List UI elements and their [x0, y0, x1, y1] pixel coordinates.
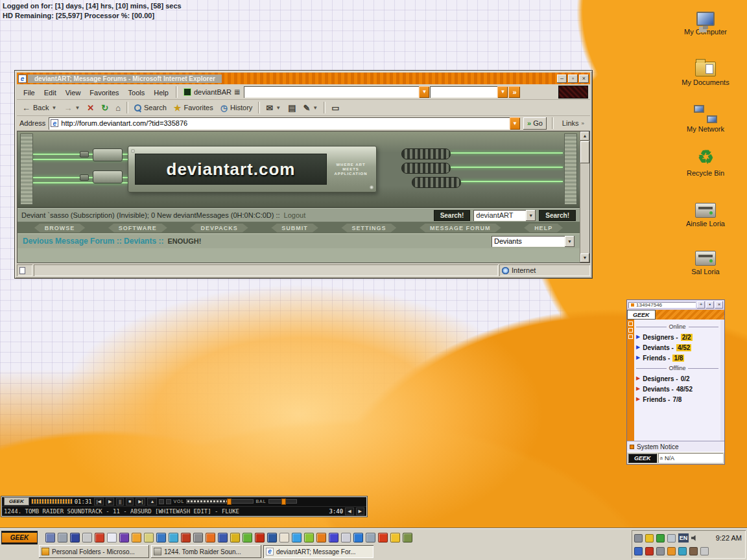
maximize-button[interactable]: ▫: [568, 75, 578, 83]
tray-icon[interactable]: [645, 534, 654, 542]
history-button[interactable]: ◷ History: [217, 101, 256, 115]
deviantbar-search-field[interactable]: [244, 86, 419, 98]
menu-item[interactable]: Edit: [40, 88, 61, 98]
desktop-icon-recycle-bin[interactable]: ♻ Recycle Bin: [677, 145, 734, 177]
forum-nav-button[interactable]: HELP: [524, 224, 563, 233]
taskbar-clock[interactable]: 9:22 AM: [716, 534, 743, 542]
quick-launch-icon[interactable]: [292, 533, 302, 542]
quick-launch-icon[interactable]: [193, 533, 203, 542]
menu-item[interactable]: File: [19, 88, 40, 98]
quick-launch-icon[interactable]: [218, 533, 228, 542]
quick-launch-icon[interactable]: [70, 533, 80, 542]
dropdown-arrow-icon[interactable]: ▼: [526, 210, 536, 221]
breadcrumb[interactable]: Devious Message Forum :: Deviants ::: [23, 237, 163, 246]
home-button[interactable]: ⌂: [112, 101, 124, 115]
pause-button[interactable]: ||: [116, 498, 124, 506]
buddy-group-row[interactable]: ▶ Designers - 2/2: [636, 332, 718, 342]
deviantbar-scope-combo[interactable]: ▼: [430, 86, 508, 98]
quick-launch-icon[interactable]: [95, 533, 104, 542]
dropdown-arrow-icon[interactable]: ▼: [419, 86, 429, 98]
quick-launch-icon[interactable]: [279, 533, 289, 542]
desktop-icon-my-network[interactable]: My Network: [677, 101, 734, 133]
mail-button[interactable]: ✉ ▼: [263, 101, 284, 115]
eject-button[interactable]: ▲: [147, 498, 157, 506]
go-button[interactable]: » Go: [523, 117, 547, 130]
seek-back-button[interactable]: ◀: [345, 508, 353, 515]
logout-link[interactable]: Logout: [284, 211, 306, 219]
quick-launch-icon[interactable]: [58, 533, 67, 542]
quick-launch-icon[interactable]: [378, 533, 388, 542]
stop-button[interactable]: ✕: [84, 101, 97, 115]
tray-icon[interactable]: [656, 547, 665, 555]
quick-launch-icon[interactable]: [304, 533, 314, 542]
forum-nav-button[interactable]: MESSAGE FORUM: [420, 224, 501, 233]
quick-launch-icon[interactable]: [366, 533, 375, 542]
address-dropdown-icon[interactable]: ▼: [510, 117, 520, 130]
status-selector[interactable]: a N/A: [658, 453, 723, 463]
favorites-button[interactable]: ★ Favorites: [171, 101, 217, 115]
start-button[interactable]: GEEK: [1, 531, 38, 544]
back-button[interactable]: ← Back ▼: [19, 101, 60, 115]
seek-forward-button[interactable]: ▶: [356, 508, 364, 515]
messenger-titlebar[interactable]: 134947546 + ▪ ×: [627, 300, 724, 310]
tray-icon[interactable]: [700, 547, 709, 555]
language-indicator[interactable]: EN: [678, 533, 689, 542]
desktop-icon-my-documents[interactable]: My Documents: [677, 54, 734, 86]
edit-button[interactable]: ✎ ▼: [300, 101, 321, 115]
quick-launch-icon[interactable]: [156, 533, 166, 542]
messenger-menu-button[interactable]: GEEK: [628, 454, 657, 463]
search-button[interactable]: Search: [131, 101, 170, 115]
tray-icon[interactable]: [667, 534, 676, 542]
menu-item[interactable]: Help: [149, 88, 173, 98]
stop-button[interactable]: ■: [126, 498, 134, 506]
forum-select-combo[interactable]: Deviants ▼: [492, 236, 575, 247]
deviantbar-scope-field[interactable]: [430, 86, 497, 98]
refresh-button[interactable]: ↻: [98, 101, 112, 115]
quick-launch-icon[interactable]: [255, 533, 265, 542]
previous-button[interactable]: |◀: [94, 498, 104, 506]
scroll-down-button[interactable]: ▼: [580, 253, 589, 262]
quick-launch-icon[interactable]: [353, 533, 363, 542]
minimize-button[interactable]: –: [557, 75, 567, 83]
task-button-winamp[interactable]: 1244. Tomb Raider Soun...: [151, 545, 261, 558]
balance-slider[interactable]: [268, 499, 297, 504]
quick-launch-icon[interactable]: [206, 533, 215, 542]
tray-icon[interactable]: [634, 534, 643, 542]
player-menu-button[interactable]: GEEK: [4, 497, 29, 506]
vertical-scrollbar[interactable]: ▲ ▼: [580, 132, 589, 262]
forum-nav-button[interactable]: DEVPACKS: [190, 224, 248, 233]
scroll-up-button[interactable]: ▲: [580, 132, 589, 141]
menu-item[interactable]: Favorites: [85, 88, 123, 98]
quick-launch-icon[interactable]: [243, 533, 252, 542]
tray-icon[interactable]: [678, 547, 687, 555]
buddy-group-row[interactable]: ▶ Friends - 7/8: [636, 394, 718, 404]
dropdown-arrow-icon[interactable]: ▼: [497, 86, 508, 98]
quick-launch-icon[interactable]: [390, 533, 400, 542]
buddy-group-row[interactable]: ▶ Deviants - 4/52: [636, 342, 718, 353]
quick-launch-icon[interactable]: [316, 533, 326, 542]
forum-nav-button[interactable]: BROWSE: [34, 224, 86, 233]
pin-button[interactable]: +: [697, 301, 705, 309]
quick-launch-icon[interactable]: [169, 533, 178, 542]
task-button-ie[interactable]: e deviantART; Message For...: [263, 545, 374, 558]
next-button[interactable]: ▶|: [136, 498, 145, 506]
quick-launch-icon[interactable]: [341, 533, 351, 542]
forum-nav-button[interactable]: SETTINGS: [341, 224, 396, 233]
volume-speaker-icon[interactable]: [691, 535, 698, 541]
search-submit-button[interactable]: Search!: [434, 210, 471, 221]
deviantbar-go-button[interactable]: »: [508, 86, 520, 98]
quick-launch-icon[interactable]: [107, 533, 117, 542]
playlist-toggle[interactable]: [166, 499, 171, 504]
quick-launch-icon[interactable]: [144, 533, 154, 542]
play-button[interactable]: ▶: [106, 498, 114, 506]
tray-icon[interactable]: [667, 547, 676, 555]
menu-item[interactable]: View: [61, 88, 86, 98]
buddy-group-row[interactable]: ▶ Designers - 0/2: [636, 373, 718, 384]
deviantart-logo-plate[interactable]: deviantart.com WHERE ART MEETS APPLICATI…: [128, 146, 377, 192]
quick-launch-icon[interactable]: [329, 533, 338, 542]
quick-launch-icon[interactable]: [230, 533, 240, 542]
deviantbar-menu[interactable]: deviantBAR ▦: [180, 88, 244, 96]
print-button[interactable]: ▤: [285, 101, 299, 115]
forward-button[interactable]: → ▼: [60, 101, 83, 115]
deviantbar-search-combo[interactable]: ▼: [244, 86, 429, 98]
